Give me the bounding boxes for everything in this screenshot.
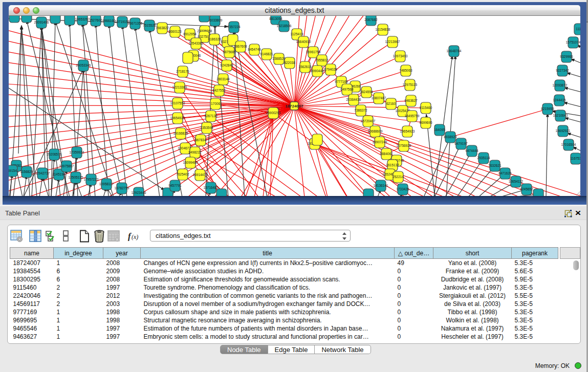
- svg-text:9242848: 9242848: [220, 63, 233, 67]
- svg-text:7357224: 7357224: [227, 25, 241, 29]
- svg-text:16154838: 16154838: [376, 28, 390, 31]
- svg-text:1353594: 1353594: [200, 126, 213, 129]
- svg-text:18907249: 18907249: [373, 140, 387, 144]
- svg-text:3824554: 3824554: [360, 90, 373, 94]
- svg-text:9146821: 9146821: [260, 52, 273, 56]
- svg-text:8813054: 8813054: [269, 17, 282, 20]
- svg-text:12213967: 12213967: [385, 40, 400, 43]
- svg-text:9227342: 9227342: [556, 69, 569, 72]
- svg-text:9884067: 9884067: [380, 152, 393, 156]
- svg-text:15751074: 15751074: [566, 40, 580, 44]
- svg-text:7632621: 7632621: [488, 164, 502, 167]
- svg-text:10688609: 10688609: [368, 129, 383, 133]
- svg-text:19218506: 19218506: [277, 24, 292, 28]
- svg-text:10973493: 10973493: [393, 54, 408, 58]
- svg-text:10756928: 10756928: [397, 144, 411, 147]
- svg-text:(x): (x): [132, 233, 138, 240]
- svg-text:8912954: 8912954: [183, 32, 197, 36]
- svg-text:16961758: 16961758: [306, 50, 321, 54]
- svg-text:9115460: 9115460: [420, 106, 432, 110]
- svg-text:6479197: 6479197: [454, 142, 468, 145]
- svg-text:1112: 1112: [576, 27, 580, 31]
- svg-text:9474444: 9474444: [465, 149, 478, 152]
- svg-text:16033809: 16033809: [208, 18, 223, 22]
- svg-text:16210643: 16210643: [553, 114, 568, 117]
- svg-text:16782759: 16782759: [115, 186, 129, 190]
- svg-text:7386372: 7386372: [354, 108, 367, 112]
- svg-text:62160: 62160: [386, 102, 396, 105]
- svg-text:8186328: 8186328: [208, 37, 221, 41]
- svg-text:6966160: 6966160: [102, 19, 116, 23]
- svg-text:1244415: 1244415: [553, 98, 566, 102]
- svg-text:15692921: 15692921: [556, 129, 571, 133]
- svg-text:9699695: 9699695: [419, 121, 432, 124]
- svg-text:9457791: 9457791: [168, 184, 182, 187]
- svg-text:20206576: 20206576: [47, 152, 62, 156]
- svg-text:14136141: 14136141: [374, 184, 388, 187]
- svg-text:16671355: 16671355: [128, 21, 143, 25]
- svg-text:2803144: 2803144: [216, 77, 230, 81]
- svg-text:8454749: 8454749: [248, 48, 261, 51]
- svg-text:15716485: 15716485: [204, 186, 219, 189]
- svg-text:23975867: 23975867: [59, 164, 74, 168]
- svg-text:39154: 39154: [9, 169, 17, 172]
- svg-text:8215955: 8215955: [541, 107, 554, 111]
- svg-text:16099489: 16099489: [183, 161, 198, 164]
- svg-text:8990443: 8990443: [311, 69, 324, 73]
- svg-text:17006: 17006: [211, 102, 220, 105]
- svg-text:3267130: 3267130: [204, 114, 217, 118]
- svg-text:17016504: 17016504: [561, 143, 576, 146]
- svg-text:29053346: 29053346: [76, 63, 91, 67]
- svg-text:16495759: 16495759: [405, 114, 420, 118]
- svg-text:18724007: 18724007: [285, 104, 303, 108]
- svg-text:12942737: 12942737: [35, 171, 50, 175]
- svg-text:20364436: 20364436: [346, 98, 361, 101]
- svg-text:17359924: 17359924: [70, 150, 84, 154]
- svg-text:822038: 822038: [284, 61, 295, 64]
- svg-text:6794028: 6794028: [324, 68, 337, 71]
- svg-text:1527602: 1527602: [89, 18, 102, 22]
- svg-text:19166825: 19166825: [173, 132, 188, 135]
- svg-text:8938923: 8938923: [444, 135, 457, 139]
- svg-text:10653267: 10653267: [75, 17, 90, 21]
- svg-text:19654925: 19654925: [170, 116, 185, 120]
- svg-text:6497568: 6497568: [340, 87, 354, 91]
- svg-text:12505135: 12505135: [69, 176, 83, 179]
- svg-text:1733426: 1733426: [396, 187, 409, 191]
- svg-text:9329966: 9329966: [560, 55, 573, 58]
- svg-text:2935114: 2935114: [477, 156, 490, 160]
- svg-text:1125419: 1125419: [291, 32, 303, 36]
- svg-text:2718176: 2718176: [176, 70, 189, 73]
- svg-text:1145194: 1145194: [53, 172, 66, 176]
- svg-text:8660123: 8660123: [168, 30, 182, 33]
- svg-text:17957223: 17957223: [84, 178, 99, 181]
- svg-text:12213389: 12213389: [172, 85, 187, 89]
- svg-text:7625402: 7625402: [176, 172, 189, 176]
- svg-text:10654112: 10654112: [509, 180, 524, 183]
- svg-text:1156829: 1156829: [20, 170, 33, 173]
- svg-text:15720407: 15720407: [361, 119, 376, 123]
- svg-text:16640910: 16640910: [296, 40, 311, 43]
- svg-text:9498222: 9498222: [188, 150, 202, 154]
- svg-text:7955812: 7955812: [315, 58, 329, 62]
- svg-text:1588520: 1588520: [272, 57, 286, 60]
- svg-text:12093872: 12093872: [553, 83, 568, 87]
- svg-text:9777169: 9777169: [335, 80, 348, 83]
- svg-text:867834: 867834: [195, 138, 206, 142]
- svg-text:7485063: 7485063: [399, 69, 412, 72]
- svg-text:20091406: 20091406: [34, 20, 49, 24]
- svg-text:16648784: 16648784: [447, 49, 462, 53]
- svg-text:7663822: 7663822: [156, 26, 169, 30]
- svg-text:8427552: 8427552: [212, 89, 226, 92]
- svg-text:10107553: 10107553: [170, 101, 185, 105]
- svg-text:1615132: 1615132: [386, 163, 399, 167]
- svg-text:8471626: 8471626: [498, 171, 512, 175]
- svg-text:2867608: 2867608: [234, 45, 247, 48]
- svg-text:9463627: 9463627: [404, 99, 418, 102]
- svg-text:12923446: 12923446: [132, 191, 146, 194]
- svg-text:25900293: 25900293: [266, 111, 281, 115]
- svg-text:10958117: 10958117: [99, 182, 114, 186]
- svg-text:2087682: 2087682: [364, 18, 378, 21]
- svg-text:10807487: 10807487: [372, 96, 386, 100]
- svg-text:12975115: 12975115: [403, 83, 418, 86]
